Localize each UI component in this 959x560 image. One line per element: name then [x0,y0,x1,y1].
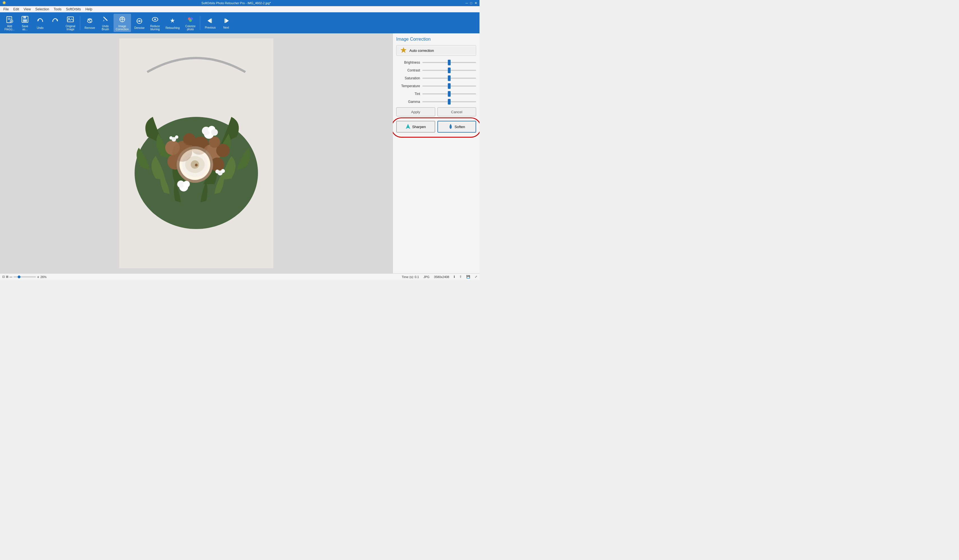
denoise-label: Denoise [134,26,145,29]
minimize-button[interactable]: ─ [465,1,468,5]
titlebar-title: SoftOrbits Photo Retoucher Pro - IMG_460… [7,2,465,5]
tint-label: Tint [396,92,420,96]
zoom-slider[interactable] [13,276,36,277]
titlebar-controls[interactable]: ─ □ ✕ [465,1,477,5]
svg-point-23 [154,19,156,20]
saturation-row: Saturation [396,76,476,80]
denoise-button[interactable]: Denoise [132,14,147,32]
save-icon[interactable]: 💾 [466,275,470,278]
menubar-item-edit[interactable]: Edit [11,7,21,12]
menubar-item-softorbits[interactable]: SoftOrbits [64,7,83,12]
svg-point-19 [139,20,140,22]
brightness-row: Brightness [396,60,476,65]
original-image-label: OriginalImage [65,25,75,31]
tint-slider-container [422,92,476,96]
saturation-slider-container [422,76,476,80]
titlebar: 🌟 SoftOrbits Photo Retoucher Pro - IMG_4… [0,0,480,6]
time-label: Time (s): 0.1 [402,275,419,278]
gamma-slider-container [422,100,476,104]
saturation-label: Saturation [396,76,420,80]
gamma-slider[interactable] [422,101,476,102]
brightness-slider[interactable] [422,62,476,63]
undo-button[interactable]: Undo [33,14,47,32]
menubar-item-help[interactable]: Help [83,7,95,12]
svg-point-54 [211,129,218,136]
auto-correction-button[interactable]: Auto correction [396,45,476,56]
apply-button[interactable]: Apply [396,107,435,116]
panel-title: Image Correction [396,37,476,42]
saturation-slider[interactable] [422,78,476,79]
sharpen-button[interactable]: Sharpen [396,121,435,132]
svg-point-64 [172,142,192,162]
undo-label: Undo [37,26,43,29]
reduce-blurring-icon [151,15,159,24]
zoom-slider-thumb [18,275,21,278]
svg-rect-8 [23,19,27,22]
svg-point-60 [175,135,178,139]
svg-point-63 [221,169,225,173]
retouching-button[interactable]: Retouching [163,14,182,32]
contrast-slider[interactable] [422,70,476,71]
frame-icon[interactable]: ⊞ [6,275,8,278]
redo-icon [51,16,60,25]
svg-point-62 [215,170,219,173]
sharpen-soften-container: Sharpen Soften [396,121,476,132]
fit-icon[interactable]: ⊡ [2,275,5,278]
sharpen-icon [405,123,411,130]
menubar-item-selection[interactable]: Selection [33,7,51,12]
svg-marker-66 [401,48,406,53]
toolbar-sep-1 [80,16,80,30]
close-button[interactable]: ✕ [475,1,477,5]
undo-brush-button[interactable]: UndoBrush [99,14,112,32]
colorize-icon [186,15,195,24]
info-icon[interactable]: ℹ [454,275,455,278]
share-icon[interactable]: ⇧ [459,275,462,278]
tint-row: Tint [396,92,476,96]
next-button[interactable]: Next [219,14,233,32]
photo-display [0,33,393,273]
expand-icon[interactable]: ⤢ [475,275,477,278]
zoom-out-button[interactable]: ─ [10,275,12,279]
retouching-icon [168,16,177,25]
canvas-area[interactable] [0,33,393,273]
app-icon: 🌟 [2,1,7,5]
maximize-button[interactable]: □ [470,1,472,5]
brightness-slider-container [422,60,476,65]
image-correction-label: ImageCorrection [116,25,129,31]
menubar-item-file[interactable]: File [1,7,11,12]
temperature-slider-container [422,84,476,88]
next-icon [221,17,231,25]
svg-point-50 [195,164,198,167]
menubar-item-view[interactable]: View [21,7,33,12]
save-as-button[interactable]: Saveas... [18,14,32,32]
colorize-label: Colorizephoto [185,25,196,31]
zoom-controls: ⊡ ⊞ ─ + 26% [2,275,46,279]
original-image-button[interactable]: OriginalImage [64,14,77,32]
save-as-icon [21,15,29,24]
menubar-item-tools[interactable]: Tools [51,7,64,12]
undo-brush-label: UndoBrush [102,25,109,31]
brightness-label: Brightness [396,60,420,64]
image-correction-icon [118,15,127,24]
remove-button[interactable]: Remove [83,14,97,32]
redo-button[interactable] [48,14,62,32]
next-label: Next [223,26,229,29]
toolbar: AddFile(s)... Saveas... Undo OriginalIma… [0,12,480,33]
add-files-button[interactable]: AddFile(s)... [2,14,17,32]
retouching-label: Retouching [166,26,180,29]
add-files-label: AddFile(s)... [5,25,14,31]
temperature-slider[interactable] [422,86,476,87]
soften-button[interactable]: Soften [437,121,476,132]
reduce-blurring-button[interactable]: Reduceblurring [148,14,162,32]
cancel-button[interactable]: Cancel [437,107,476,116]
previous-button[interactable]: Previous [202,14,218,32]
image-correction-button[interactable]: ImageCorrection [113,14,131,32]
zoom-in-button[interactable]: + [37,275,39,279]
tint-slider[interactable] [422,93,476,94]
redo-label [55,26,56,29]
colorize-button[interactable]: Colorizephoto [183,14,198,32]
toolbar-sep-2 [200,16,200,30]
right-panel: Image Correction Auto correction Brightn… [393,33,480,273]
undo-brush-icon [101,15,110,24]
svg-point-26 [189,19,192,22]
